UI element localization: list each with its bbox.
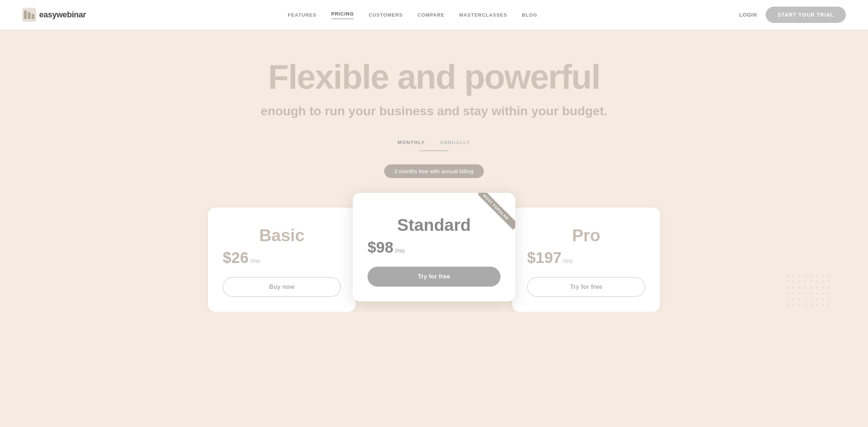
dot (793, 298, 794, 300)
dot (799, 293, 800, 294)
pricing-cards: Basic $26 /mo Buy now MOST POPULAR Stand… (15, 193, 853, 312)
dot (804, 304, 806, 306)
standard-price: $98 /mo (368, 239, 500, 256)
dot (810, 281, 812, 282)
dot (828, 275, 830, 276)
trial-button[interactable]: START YOUR TRIAL (766, 7, 846, 23)
standard-button[interactable]: Try for free (368, 267, 500, 287)
dot (810, 298, 812, 300)
nav-compare[interactable]: COMPARE (417, 12, 444, 18)
svg-rect-1 (24, 10, 27, 19)
pro-title: Pro (527, 225, 645, 245)
dot (799, 298, 800, 300)
ribbon-text: MOST POPULAR (478, 193, 515, 230)
billing-annually[interactable]: ANNUALLY (433, 137, 478, 148)
standard-amount: $98 (368, 239, 393, 256)
svg-rect-2 (28, 12, 31, 19)
card-pro: Pro $197 /mo Try for free (512, 208, 660, 312)
pro-price: $197 /mo (527, 249, 645, 267)
dot (804, 281, 806, 282)
dot (816, 281, 818, 282)
basic-period: /mo (250, 258, 260, 264)
dot (810, 304, 812, 306)
dot (804, 275, 806, 276)
nav-features[interactable]: FEATURES (288, 12, 316, 18)
standard-period: /mo (395, 247, 405, 254)
dot (799, 281, 800, 282)
dot (828, 293, 830, 294)
dot (816, 293, 818, 294)
dot (787, 293, 788, 294)
logo-text: easywebinar (39, 10, 86, 20)
nav-blog[interactable]: BLOG (522, 12, 537, 18)
dot (799, 304, 800, 306)
dot (787, 287, 788, 288)
nav-customers[interactable]: CUSTOMERS (369, 12, 403, 18)
dot (810, 287, 812, 288)
dot (828, 281, 830, 282)
dot (804, 293, 806, 294)
basic-amount: $26 (223, 249, 249, 267)
navbar: easywebinar FEATURES PRICING CUSTOMERS C… (0, 0, 868, 30)
pro-period: /mo (563, 258, 573, 264)
dot (810, 275, 812, 276)
basic-price: $26 /mo (223, 249, 341, 267)
dot (828, 298, 830, 300)
dot (822, 275, 824, 276)
card-standard: MOST POPULAR Standard $98 /mo Try for fr… (353, 193, 515, 301)
dot (816, 287, 818, 288)
dot (822, 287, 824, 288)
dot (816, 275, 818, 276)
dot (793, 281, 794, 282)
navbar-right: LOGIN START YOUR TRIAL (739, 7, 846, 23)
dot (822, 304, 824, 306)
pro-amount: $197 (527, 249, 561, 267)
billing-monthly[interactable]: MONTHLY (390, 137, 433, 148)
logo-link[interactable]: easywebinar (22, 8, 86, 22)
dot (787, 275, 788, 276)
dot (828, 287, 830, 288)
dot (822, 298, 824, 300)
dot (793, 293, 794, 294)
pro-button[interactable]: Try for free (527, 277, 645, 297)
nav-menu: FEATURES PRICING CUSTOMERS COMPARE MASTE… (288, 10, 537, 19)
dot (822, 281, 824, 282)
dots-grid: // Generate dots inline via template tri… (787, 275, 831, 308)
billing-toggle: MONTHLY ANNUALLY (15, 137, 853, 148)
dot (828, 304, 830, 306)
dot (799, 287, 800, 288)
dot (787, 304, 788, 306)
dot (822, 293, 824, 294)
nav-pricing[interactable]: PRICING (331, 11, 354, 19)
hero-section: Flexible and powerful enough to run your… (0, 30, 868, 312)
most-popular-ribbon: MOST POPULAR (478, 193, 515, 230)
hero-title: Flexible and powerful (15, 59, 853, 95)
dot (804, 287, 806, 288)
annual-badge: 2 months free with annual billing (384, 164, 484, 178)
basic-button[interactable]: Buy now (223, 277, 341, 297)
dot (799, 275, 800, 276)
logo-icon (22, 8, 36, 22)
dot (804, 298, 806, 300)
card-basic: Basic $26 /mo Buy now (208, 208, 356, 312)
nav-masterclasses[interactable]: MASTERCLASSES (459, 12, 507, 18)
dot (816, 298, 818, 300)
svg-rect-3 (32, 14, 35, 19)
toggle-underline (419, 150, 449, 151)
dot (787, 281, 788, 282)
dot (816, 304, 818, 306)
dot (793, 304, 794, 306)
login-link[interactable]: LOGIN (739, 12, 757, 18)
basic-title: Basic (223, 225, 341, 245)
dots-decoration: // Generate dots inline via template tri… (787, 275, 831, 312)
hero-subtitle: enough to run your business and stay wit… (15, 104, 853, 118)
dot (810, 293, 812, 294)
dot (787, 298, 788, 300)
dot (793, 287, 794, 288)
dot (793, 275, 794, 276)
